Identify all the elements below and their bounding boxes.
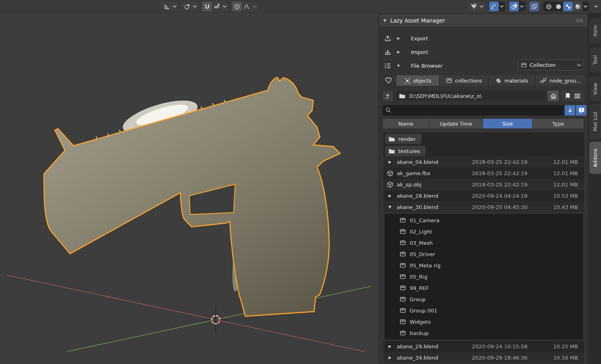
bookmark-icon[interactable] [565, 93, 570, 99]
file-row[interactable]: ▼akane_30.blend2020-09-25 04:45:3010.43 … [383, 201, 584, 213]
file-name: akane_30.blend [397, 204, 458, 210]
collection-row[interactable]: 03_Mesh [384, 237, 583, 248]
import-label[interactable]: Import [411, 49, 428, 55]
file-name: akane_04.blend [397, 159, 458, 165]
collection-row[interactable]: Group.001 [384, 305, 583, 316]
pivot-point-icon[interactable] [182, 2, 192, 11]
chevron-down-icon[interactable] [192, 2, 197, 11]
show-object-types-icon[interactable] [469, 2, 479, 11]
axis-y-line [67, 286, 371, 352]
transform-orientation-group[interactable] [161, 2, 178, 11]
presets-list-icon[interactable] [383, 62, 392, 70]
header-overflow[interactable] [592, 2, 599, 11]
column-header-type[interactable]: Type [533, 119, 584, 128]
chevron-down-icon[interactable] [499, 2, 504, 11]
sidebar-tab-addons[interactable]: Addons [589, 142, 601, 174]
path-field[interactable]: D:\SDY\MDL\FUL\akane\z_o\ [396, 91, 545, 101]
column-header-update-time[interactable]: Update Time [429, 119, 483, 128]
chevron-down-icon [577, 64, 581, 67]
column-header-name[interactable]: Name [383, 119, 429, 128]
sidebar-tab-tool[interactable]: Tool [589, 48, 601, 72]
filter-tab-nodegrou[interactable]: node_grou... [535, 75, 586, 86]
expander-triangle-icon[interactable]: ▼ [397, 64, 405, 68]
chevron-down-icon[interactable] [222, 2, 227, 11]
search-input[interactable] [394, 108, 562, 114]
falloff-curve-icon[interactable] [242, 2, 251, 11]
expander-triangle-icon[interactable]: ▶ [397, 36, 405, 40]
material-icon [495, 78, 502, 84]
snap-with-icon[interactable] [212, 2, 222, 11]
collection-row[interactable]: 99_REF [384, 282, 583, 294]
chevron-down-icon[interactable] [251, 2, 257, 11]
chevron-down-icon[interactable] [172, 2, 177, 11]
import-type-dropdown[interactable]: Collection [518, 60, 584, 70]
favorites-heart-icon[interactable] [383, 77, 393, 84]
chevron-down-icon[interactable] [582, 2, 588, 11]
home-button[interactable] [548, 91, 559, 101]
collection-row[interactable]: Group [384, 294, 583, 305]
panel-header[interactable]: ▼ Lazy Asset Manager [379, 14, 587, 27]
file-browser-label[interactable]: File Browser [411, 63, 443, 69]
parent-directory-button[interactable] [383, 91, 393, 101]
export-icon[interactable] [383, 35, 392, 42]
folder-chip-render[interactable]: render [385, 134, 421, 144]
collection-row[interactable]: 05_Driver [384, 248, 583, 260]
export-label[interactable]: Export [411, 35, 428, 41]
shading-material-icon[interactable] [563, 2, 573, 11]
chevron-down-icon[interactable] [479, 2, 484, 11]
download-refresh-button[interactable] [565, 105, 575, 116]
file-row[interactable]: ▶akane_29.blend2020-09-24 10:15:5810.25 … [383, 341, 584, 352]
drag-grip-icon[interactable] [576, 19, 583, 23]
file-row[interactable]: ▶akane_04.blend2018-03-25 22:42:1912.01 … [383, 156, 584, 168]
expander-triangle-icon[interactable]: ▼ [389, 205, 392, 209]
object-visibility-group[interactable] [468, 2, 485, 11]
collection-row[interactable]: backup [384, 327, 583, 339]
file-browser-row: ▼ File Browser [378, 60, 443, 72]
collection-name: 01_Camera [410, 217, 439, 223]
collection-row[interactable]: 05_Rig [384, 271, 583, 282]
chevron-down-icon[interactable] [593, 2, 599, 11]
overlays-icon[interactable] [509, 2, 519, 11]
search-field[interactable] [383, 105, 564, 116]
file-row[interactable]: ak_game.fbx2018-03-25 22:42:1912.01 MB [383, 168, 584, 179]
expander-triangle-icon[interactable]: ▶ [389, 356, 392, 360]
collection-row[interactable]: 02_Light [384, 226, 583, 237]
collection-row[interactable]: 05_Meta rig [384, 260, 583, 271]
viewport-canvas[interactable] [0, 13, 378, 364]
file-row[interactable]: ▶akane_28.blend2020-09-24 04:24:1910.53 … [383, 190, 584, 201]
filter-tab-materials[interactable]: materials [489, 75, 535, 86]
pivot-point-group[interactable] [181, 2, 198, 11]
shading-rendered-icon[interactable] [573, 2, 582, 11]
chevron-down-icon[interactable] [519, 2, 524, 11]
snap-magnet-icon[interactable] [202, 2, 212, 11]
collection-row[interactable]: Widgets [384, 316, 583, 327]
filter-tab-objects[interactable]: objects [396, 75, 439, 86]
expander-triangle-icon[interactable]: ▶ [389, 194, 392, 198]
gun-object[interactable] [44, 77, 340, 316]
collapse-triangle-icon[interactable]: ▼ [383, 19, 386, 23]
collection-name: 05_Driver [410, 251, 435, 257]
menu-icon[interactable] [574, 93, 580, 99]
expander-triangle-icon[interactable]: ▶ [397, 50, 405, 54]
3d-cursor[interactable] [203, 306, 228, 333]
collection-name: 99_REF [410, 285, 429, 291]
sidebar-tab-item[interactable]: Item [589, 18, 601, 43]
import-icon[interactable] [383, 48, 392, 56]
collection-row[interactable]: 01_Camera [384, 215, 583, 226]
column-header-size[interactable]: Size [483, 119, 532, 128]
proportional-editing-icon[interactable] [232, 2, 242, 11]
file-row[interactable]: ak_sp.obj2018-03-25 22:42:1912.01 MB [383, 179, 584, 190]
file-row[interactable]: ▶akane_34.blend2020-09-29 18:46:3610.16 … [383, 352, 584, 363]
sidebar-tab-mat-list[interactable]: Mat List [589, 104, 601, 139]
transform-orientation-icon[interactable] [162, 2, 172, 11]
xray-toggle-icon[interactable] [529, 2, 539, 11]
expander-triangle-icon[interactable]: ▶ [389, 160, 392, 164]
folder-chip-textures[interactable]: textures [385, 146, 426, 156]
expander-triangle-icon[interactable]: ▶ [389, 344, 392, 348]
gizmos-icon[interactable] [489, 2, 499, 11]
filter-tab-collections[interactable]: collections [439, 75, 488, 86]
shading-solid-icon[interactable] [553, 2, 563, 11]
shading-wireframe-icon[interactable] [544, 2, 553, 11]
sidebar-tab-view[interactable]: View [589, 77, 601, 101]
info-button[interactable]: i [576, 105, 586, 116]
